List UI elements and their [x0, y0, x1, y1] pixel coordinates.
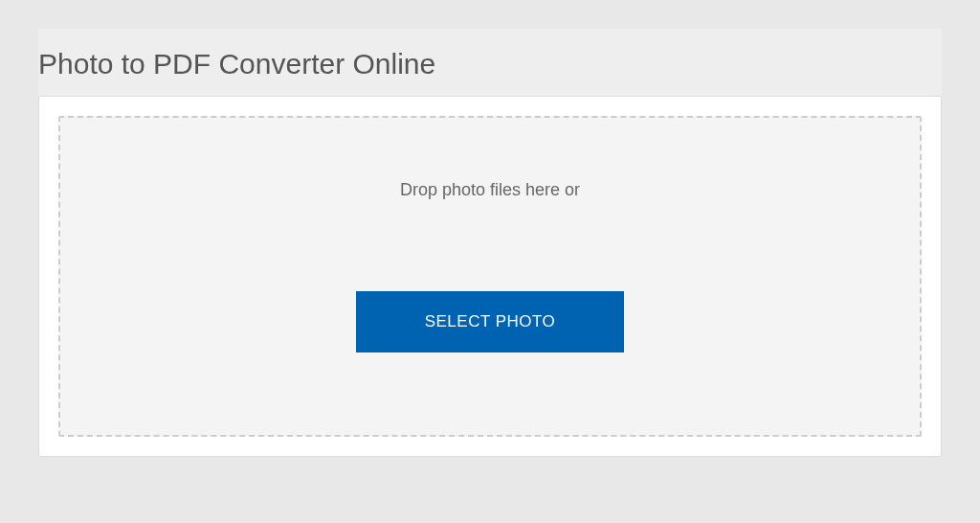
main-panel: Photo to PDF Converter Online Drop photo…: [38, 29, 942, 457]
page-title: Photo to PDF Converter Online: [38, 29, 942, 96]
dropzone-instruction: Drop photo files here or: [400, 180, 580, 200]
select-photo-button[interactable]: SELECT PHOTO: [356, 291, 625, 352]
file-dropzone[interactable]: Drop photo files here or SELECT PHOTO: [58, 116, 922, 437]
upload-card: Drop photo files here or SELECT PHOTO: [38, 96, 942, 457]
